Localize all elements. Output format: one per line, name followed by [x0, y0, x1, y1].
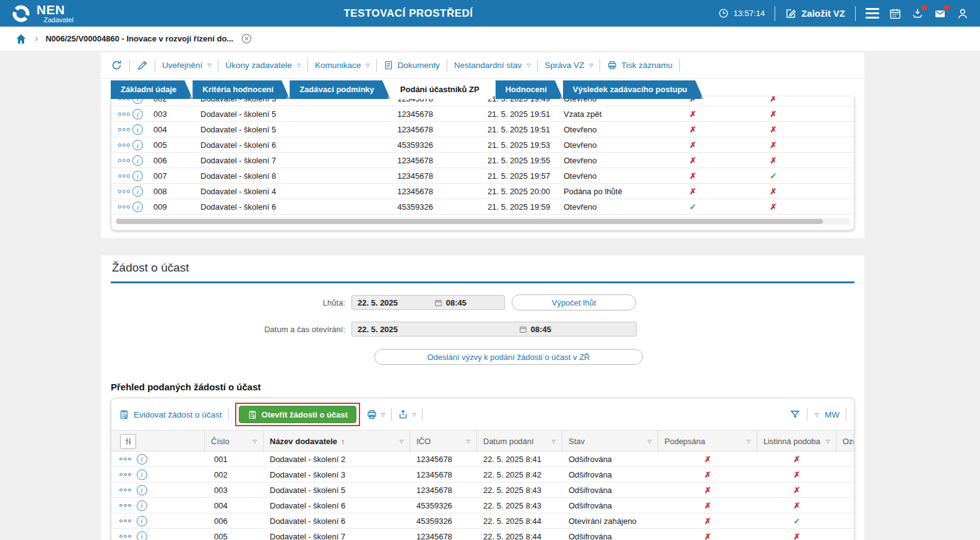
- menu-nestandardni-stav[interactable]: Nestandardní stav▽: [454, 61, 531, 70]
- close-tab-icon[interactable]: [241, 33, 252, 45]
- column-header-oznacena[interactable]: Označe: [836, 431, 854, 452]
- vypocet-lhut-button[interactable]: Výpočet lhůt: [512, 294, 636, 311]
- menu-ukony-zadavatele[interactable]: Úkony zadavatele▽: [225, 61, 300, 70]
- table-row[interactable]: i 006 Dodavatel - školení 7 12345678 21.…: [111, 153, 854, 168]
- info-icon[interactable]: i: [132, 186, 143, 197]
- tab-vysledek[interactable]: Výsledek zadávacího postupu: [563, 80, 703, 99]
- table-row[interactable]: i 009 Dodavatel - školení 6 45359326 21.…: [111, 199, 854, 215]
- row-menu-icon[interactable]: [118, 159, 130, 162]
- table-row[interactable]: i 007 Dodavatel - školení 8 12345678 21.…: [111, 168, 854, 184]
- column-header-podepsana[interactable]: Podepsána▽: [658, 431, 757, 452]
- menu-komunikace[interactable]: Komunikace▽: [315, 61, 369, 70]
- table-row[interactable]: i 004 Dodavatel - školení 5 12345678 21.…: [111, 122, 854, 137]
- info-icon[interactable]: i: [137, 516, 147, 526]
- row-menu-icon[interactable]: [119, 473, 131, 476]
- filter-caret-icon[interactable]: ▽: [743, 439, 750, 444]
- column-settings-icon[interactable]: [120, 434, 136, 449]
- row-menu-icon[interactable]: [118, 190, 130, 193]
- column-header-listinna[interactable]: Listinná podoba▽: [757, 431, 836, 452]
- filter-caret-icon[interactable]: ▽: [644, 439, 651, 444]
- column-header-datum[interactable]: Datum podání▽: [477, 431, 562, 452]
- info-icon[interactable]: i: [137, 531, 147, 540]
- odeslani-vyzvy-button[interactable]: Odeslání výzvy k podání žádosti o účast …: [374, 349, 643, 365]
- otevrit-zadosti-button[interactable]: Otevřít žádosti o účast: [239, 406, 356, 423]
- row-menu-icon[interactable]: [118, 113, 130, 116]
- info-icon[interactable]: i: [137, 500, 147, 511]
- user-icon[interactable]: [956, 7, 969, 20]
- tab-zakladni-udaje[interactable]: Základní údaje: [111, 80, 192, 99]
- table-row[interactable]: i 001 Dodavatel - školení 2 12345678 22.…: [111, 452, 854, 467]
- menu-dokumenty[interactable]: Dokumenty: [384, 60, 439, 71]
- row-menu-icon[interactable]: [118, 144, 130, 147]
- tab-hodnoceni[interactable]: Hodnocení: [496, 80, 563, 99]
- print-menu[interactable]: ▽: [366, 409, 385, 420]
- menu-sprava-vz[interactable]: Správa VZ▽: [544, 61, 593, 70]
- menu-uverejneni[interactable]: Uveřejnění▽: [162, 61, 211, 70]
- otevirani-input[interactable]: 22. 5. 2025 08:45: [351, 322, 637, 336]
- row-menu-icon[interactable]: [118, 174, 130, 178]
- info-icon[interactable]: i: [132, 124, 143, 135]
- table-row[interactable]: i 006 Dodavatel - školení 6 45359326 22.…: [111, 513, 854, 529]
- tab-podani-ucastniku-zp[interactable]: Podání účastníků ZP: [390, 80, 496, 99]
- info-icon[interactable]: i: [132, 140, 143, 150]
- lhuta-date-value[interactable]: 22. 5. 2025: [358, 298, 398, 307]
- table-row[interactable]: i 004 Dodavatel - školení 6 45359326 22.…: [111, 498, 854, 513]
- scrollbar-thumb[interactable]: [116, 219, 823, 224]
- menu-tisk-zaznamu[interactable]: Tisk záznamu: [607, 60, 673, 71]
- mw-view-label[interactable]: MW: [825, 410, 840, 419]
- export-menu[interactable]: ▽: [398, 409, 416, 420]
- table-row[interactable]: i 005 Dodavatel - školení 7 12345678 22.…: [111, 529, 854, 540]
- column-header-cislo[interactable]: Číslo▽: [205, 431, 264, 452]
- calendar-icon[interactable]: [434, 299, 442, 307]
- row-menu-icon[interactable]: [119, 504, 131, 507]
- home-icon[interactable]: [15, 33, 27, 45]
- table-row[interactable]: i 003 Dodavatel - školení 5 12345678 21.…: [111, 106, 854, 122]
- evidovat-zadost-button[interactable]: Evidovat žádost o účast: [119, 409, 222, 420]
- info-icon[interactable]: i: [132, 202, 143, 212]
- table-row[interactable]: i 003 Dodavatel - školení 5 12345678 22.…: [111, 482, 854, 498]
- info-icon[interactable]: i: [132, 171, 143, 181]
- filter-caret-icon[interactable]: ▽: [822, 439, 830, 444]
- tab-kriteria-hodnoceni[interactable]: Kritéria hodnocení: [192, 80, 290, 99]
- breadcrumb-item[interactable]: N006/25/V00004860 - Inovace v rozvoji ří…: [46, 34, 233, 43]
- info-icon[interactable]: i: [137, 454, 147, 465]
- filter-caret-icon[interactable]: ▽: [463, 439, 470, 444]
- refresh-icon[interactable]: [111, 59, 123, 71]
- create-vz-button[interactable]: Založit VZ: [785, 8, 845, 19]
- otevirani-date-value[interactable]: 22. 5. 2025: [358, 325, 398, 334]
- row-menu-icon[interactable]: [119, 520, 131, 523]
- mail-icon[interactable]: [934, 7, 947, 20]
- otevirani-time-value[interactable]: 08:45: [531, 325, 551, 334]
- separator: [846, 408, 846, 421]
- info-icon[interactable]: i: [137, 485, 147, 495]
- info-icon[interactable]: i: [132, 109, 143, 119]
- info-icon[interactable]: i: [132, 155, 143, 166]
- calendar-icon[interactable]: [519, 325, 527, 333]
- tab-zadavaci-podminky[interactable]: Zadávací podmínky: [290, 80, 390, 99]
- table-row[interactable]: i 008 Dodavatel - školení 4 12345678 21.…: [111, 184, 854, 199]
- downloads-icon[interactable]: [911, 7, 924, 20]
- row-menu-icon[interactable]: [119, 458, 131, 461]
- table-row[interactable]: i 005 Dodavatel - školení 6 45359326 21.…: [111, 137, 854, 153]
- lhuta-input[interactable]: 22. 5. 2025 08:45: [351, 295, 505, 310]
- horizontal-scrollbar[interactable]: [114, 218, 851, 225]
- table-row[interactable]: i 002 Dodavatel - školení 3 12345678 22.…: [111, 467, 854, 482]
- filter-caret-icon[interactable]: ▽: [249, 439, 257, 444]
- row-menu-icon[interactable]: [119, 535, 131, 538]
- row-menu-icon[interactable]: [118, 205, 130, 208]
- lhuta-time-value[interactable]: 08:45: [446, 298, 466, 307]
- info-icon[interactable]: i: [137, 469, 147, 480]
- row-menu-icon[interactable]: [118, 128, 130, 131]
- edit-record-icon[interactable]: [137, 60, 148, 71]
- column-header-nazev[interactable]: Název dodavatele↑▽: [264, 431, 410, 452]
- row-menu-icon[interactable]: [119, 489, 131, 492]
- chevron-down-icon[interactable]: ▽: [815, 412, 819, 418]
- nen-logo[interactable]: NEN Zadavatel: [11, 3, 65, 24]
- filter-caret-icon[interactable]: ▽: [548, 439, 556, 444]
- filter-icon[interactable]: [789, 409, 801, 420]
- column-header-stav[interactable]: Stav▽: [562, 431, 658, 452]
- filter-caret-icon[interactable]: ▽: [396, 439, 403, 444]
- column-header-ico[interactable]: IČO▽: [410, 431, 477, 452]
- menu-icon[interactable]: [866, 8, 879, 19]
- calendar-icon[interactable]: [889, 7, 901, 20]
